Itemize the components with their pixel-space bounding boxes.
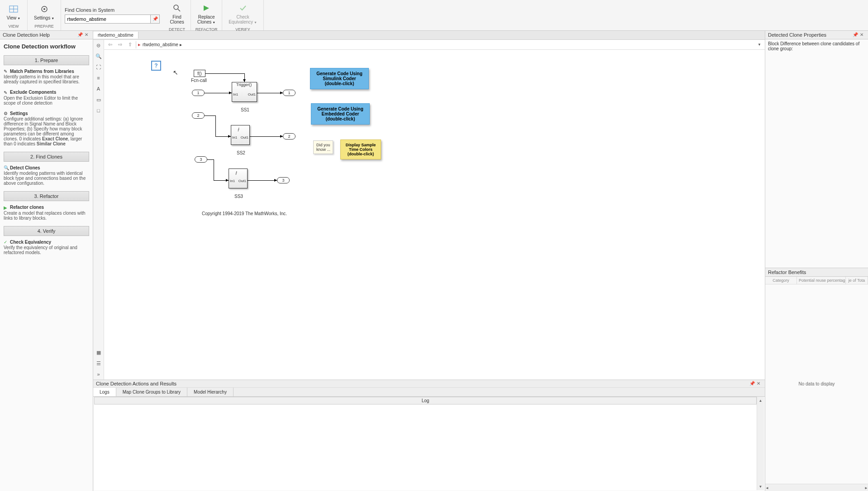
breadcrumb: ⇦ ⇨ ⇧ ▸ rtwdemo_abstime ▸ ▼ [104, 40, 765, 50]
nav-back-icon[interactable]: ⇦ [106, 41, 114, 49]
scroll-left-icon[interactable]: ◄ [765, 484, 769, 491]
section-prepare: PREPARE [31, 23, 57, 29]
inport-1[interactable]: 1 [192, 90, 205, 96]
col-potential: Potential reuse percentage [797, 277, 846, 284]
outport-2[interactable]: 2 [283, 133, 296, 140]
col-total: je of Tota [846, 277, 868, 284]
scroll-right-icon[interactable]: ► [864, 484, 868, 491]
fcn-block[interactable]: f() [194, 70, 205, 77]
step-verify[interactable]: 4. Verify [4, 226, 89, 236]
annotation-icon[interactable]: A [95, 85, 102, 92]
refactor-title: Refactor clones [10, 205, 44, 210]
trigger-label: Trigger() [236, 82, 252, 87]
exclude-desc: Open the Exclusion Editor to limit the s… [4, 96, 78, 106]
no-data-text: No data to display [765, 284, 868, 484]
search-title: Find Clones in System [65, 7, 160, 13]
list-icon[interactable]: ☰ [95, 360, 102, 367]
check-icon: ✓ [4, 240, 9, 245]
check-equiv-button[interactable]: Check Equivalency▼ [226, 1, 260, 26]
exclude-title: Exclude Components [10, 90, 56, 95]
svg-point-4 [43, 8, 45, 10]
ss3-block[interactable]: In1 Out1 ⨏ [229, 168, 248, 188]
gencode-embedded-button[interactable]: Generate Code Using Embedded Coder (doub… [311, 103, 370, 125]
ss2-block[interactable]: In1 Out1 ⨏ [231, 125, 250, 145]
pin-icon[interactable]: 📌 [853, 32, 858, 38]
outport-1[interactable]: 1 [283, 90, 296, 96]
settings-button[interactable]: Settings▼ [31, 2, 57, 22]
results-panel: Clone Detection Actions and Results 📌 ✕ … [93, 380, 765, 491]
close-icon[interactable]: ✕ [85, 32, 90, 38]
settings-label: Settings [34, 15, 50, 20]
pin-icon[interactable]: 📌 [77, 32, 83, 38]
search-input[interactable] [65, 14, 151, 24]
play-icon: ▶ [4, 205, 9, 211]
help-header: Clone Detection Help [3, 32, 50, 38]
ss1-label: SS1 [241, 107, 249, 112]
step-find[interactable]: 2. Find Clones [4, 152, 89, 162]
nav-fwd-icon[interactable]: ⇨ [116, 41, 124, 49]
help-block[interactable]: ? [151, 61, 161, 71]
model-canvas[interactable]: ? ↖ f() Fcn-call In1 Out1 Trigger() SS1 … [104, 50, 765, 380]
match-title: Match Patterns from Libraries [10, 69, 74, 74]
did-you-know-note[interactable]: Did you know ... [313, 140, 333, 154]
close-icon[interactable]: ✕ [860, 32, 865, 38]
find-label: Find Clones [170, 14, 184, 24]
settings-desc: Configure additional settings: (a) Ignor… [4, 116, 83, 146]
outport-3[interactable]: 3 [277, 177, 290, 183]
main-toolbar: View▼ VIEW Settings▼ PREPARE Find Clones… [0, 0, 868, 31]
tab-hierarchy[interactable]: Model Hierarchy [187, 388, 234, 396]
detect-desc: Identify modeling patterns with identica… [4, 171, 86, 186]
copyright-text: Copyright 1994-2019 The MathWorks, Inc. [202, 211, 287, 216]
model-tab[interactable]: rtwdemo_abstime [93, 32, 138, 39]
ss3-label: SS3 [234, 194, 243, 199]
overview-icon[interactable]: ≡ [95, 74, 102, 82]
close-icon[interactable]: ✕ [757, 381, 762, 386]
view-label: View [7, 15, 17, 20]
tab-map[interactable]: Map Clone Groups to Library [116, 388, 187, 396]
breadcrumb-dropdown[interactable]: ▼ [756, 43, 763, 47]
chevron-down-icon: ▼ [17, 17, 20, 20]
fit-icon[interactable]: ⛶ [95, 63, 102, 71]
results-title: Clone Detection Actions and Results [96, 381, 176, 386]
fcn-label: Fcn-call [191, 78, 207, 83]
inport-3[interactable]: 3 [195, 156, 207, 163]
view-button[interactable]: View▼ [4, 2, 24, 22]
nav-icon[interactable]: ▦ [95, 349, 102, 356]
svg-line-6 [178, 9, 180, 11]
image-icon[interactable]: ▭ [95, 96, 102, 103]
breadcrumb-text[interactable]: rtwdemo_abstime ▸ [143, 42, 754, 47]
pin-icon[interactable]: 📌 [151, 14, 160, 24]
box-icon[interactable]: □ [95, 107, 102, 114]
scrollbar-h[interactable]: ◄ ► [765, 484, 868, 491]
view-icon [8, 4, 19, 14]
gencode-simulink-button[interactable]: Generate Code Using Simulink Coder (doub… [310, 68, 369, 89]
pin-icon[interactable]: 📌 [749, 381, 755, 386]
play-icon [201, 3, 212, 14]
check-label: Check Equivalency [229, 14, 253, 24]
props-desc: Block Difference between clone candidate… [765, 39, 868, 53]
display-colors-button[interactable]: Display Sample Time Colors (double-click… [340, 140, 381, 159]
chevron-down-icon: ▼ [51, 17, 54, 20]
pencil-icon: ✎ [4, 69, 9, 74]
svg-marker-7 [204, 5, 209, 11]
collapse-icon[interactable]: ⊝ [95, 42, 102, 49]
gear-icon [39, 4, 50, 14]
checkeq-desc: Verify the equivalency of original and r… [4, 245, 77, 255]
settings-title: Settings [10, 111, 28, 116]
expand-icon[interactable]: » [95, 371, 102, 378]
replace-clones-button[interactable]: Replace Clones▼ [195, 1, 218, 26]
scrollbar[interactable]: ▲ ▼ [757, 397, 764, 490]
search-icon: 🔍 [4, 165, 9, 171]
zoom-icon[interactable]: 🔍 [95, 53, 102, 60]
scroll-up-icon[interactable]: ▲ [757, 397, 764, 404]
model-icon: ▸ [138, 42, 141, 48]
nav-up-icon[interactable]: ⇧ [126, 41, 134, 49]
find-clones-button[interactable]: Find Clones [167, 1, 187, 26]
match-desc: Identify patterns in this model that are… [4, 74, 80, 84]
tab-logs[interactable]: Logs [93, 388, 116, 396]
inport-2[interactable]: 2 [192, 112, 205, 119]
step-refactor[interactable]: 3. Refactor [4, 191, 89, 201]
cursor-icon: ↖ [173, 69, 178, 76]
step-prepare[interactable]: 1. Prepare [4, 55, 89, 65]
scroll-down-icon[interactable]: ▼ [757, 483, 764, 490]
